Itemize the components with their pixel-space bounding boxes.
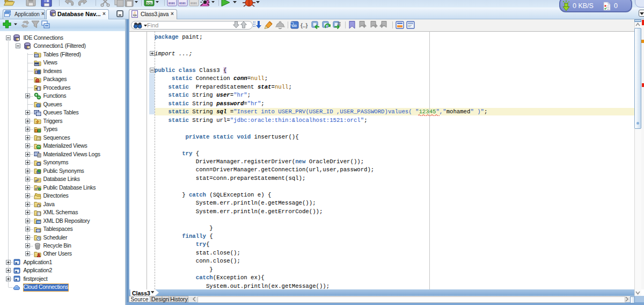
svg-text:0101: 0101 [179,2,186,5]
svg-text:‹›: ‹› [38,212,40,215]
svg-text:XML: XML [36,221,41,223]
svg-text:0101: 0101 [191,2,197,5]
svg-text:0101: 0101 [169,2,175,5]
svg-text:12: 12 [37,137,40,141]
svg-text:{..}: {..} [301,23,308,28]
svg-text:SQL: SQL [147,2,153,5]
svg-text:123: 123 [292,24,297,27]
